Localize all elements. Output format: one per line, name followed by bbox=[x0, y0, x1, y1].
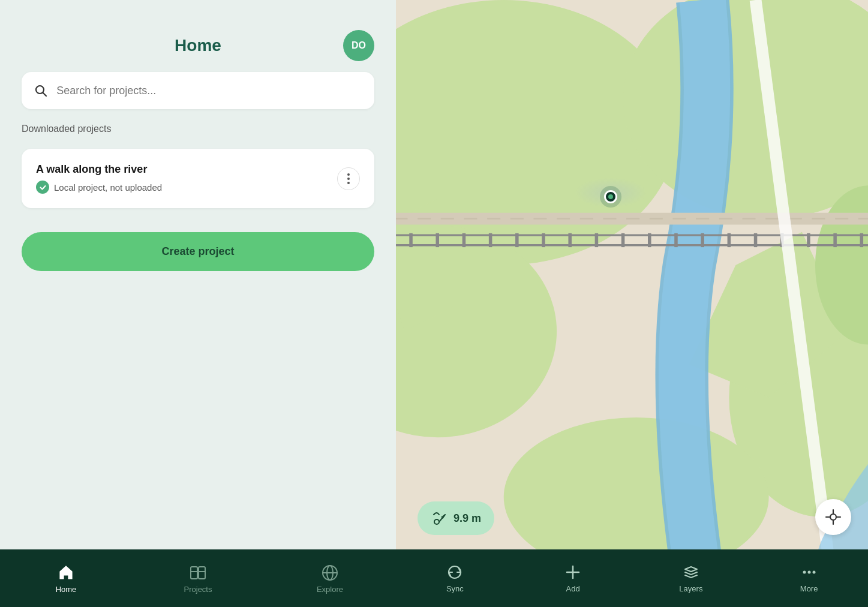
left-bottom-nav: Home Projects Explore bbox=[0, 549, 396, 607]
project-info: A walk along the river Local project, no… bbox=[36, 163, 162, 194]
avatar[interactable]: DO bbox=[343, 30, 374, 61]
svg-point-53 bbox=[812, 571, 815, 574]
left-content: Home DO Downloaded projects A walk along… bbox=[0, 0, 396, 549]
right-bottom-nav: Sync Add Layers More bbox=[396, 549, 868, 607]
right-panel: 9.9 m Sync Add bbox=[396, 0, 868, 607]
svg-point-43 bbox=[434, 519, 439, 524]
layers-icon bbox=[682, 563, 700, 581]
search-bar[interactable] bbox=[22, 72, 374, 109]
user-dot-center bbox=[608, 194, 613, 199]
sync-icon bbox=[446, 563, 464, 581]
svg-rect-2 bbox=[191, 567, 197, 579]
project-more-button[interactable] bbox=[337, 167, 360, 190]
nav-add[interactable]: Add bbox=[514, 557, 632, 599]
more-icon bbox=[800, 563, 818, 581]
nav-more-label: More bbox=[800, 584, 818, 593]
svg-point-44 bbox=[830, 514, 836, 520]
explore-icon bbox=[320, 563, 340, 582]
nav-layers-label: Layers bbox=[679, 584, 702, 593]
nav-explore-label: Explore bbox=[317, 585, 343, 594]
project-card[interactable]: A walk along the river Local project, no… bbox=[22, 149, 374, 208]
left-panel: Home DO Downloaded projects A walk along… bbox=[0, 0, 396, 607]
home-icon bbox=[56, 563, 76, 582]
nav-projects-label: Projects bbox=[184, 585, 212, 594]
svg-point-52 bbox=[807, 571, 810, 574]
status-text: Local project, not uploaded bbox=[54, 182, 162, 193]
nav-more[interactable]: More bbox=[750, 557, 868, 599]
project-status: Local project, not uploaded bbox=[36, 181, 162, 194]
nav-home-label: Home bbox=[56, 585, 77, 594]
dot2 bbox=[347, 178, 350, 180]
accuracy-badge: 9.9 m bbox=[418, 501, 494, 535]
svg-point-51 bbox=[803, 571, 806, 574]
project-name: A walk along the river bbox=[36, 163, 162, 176]
svg-rect-3 bbox=[199, 567, 205, 579]
gps-accuracy-icon bbox=[431, 510, 447, 527]
add-icon bbox=[564, 563, 582, 581]
user-dot-outer bbox=[600, 186, 621, 208]
gps-target-icon bbox=[825, 509, 842, 525]
nav-explore[interactable]: Explore bbox=[264, 557, 396, 600]
nav-layers[interactable]: Layers bbox=[632, 557, 750, 599]
user-dot-inner bbox=[604, 190, 617, 203]
header-row: Home DO bbox=[22, 36, 374, 55]
page-title: Home bbox=[175, 36, 221, 55]
dot1 bbox=[347, 173, 350, 176]
gps-center-button[interactable] bbox=[815, 499, 851, 535]
nav-add-label: Add bbox=[566, 584, 580, 593]
projects-icon bbox=[188, 563, 208, 582]
search-icon bbox=[34, 83, 48, 98]
svg-line-1 bbox=[43, 93, 47, 97]
create-project-button[interactable]: Create project bbox=[22, 232, 374, 271]
section-label: Downloaded projects bbox=[22, 124, 374, 134]
nav-projects[interactable]: Projects bbox=[132, 557, 264, 600]
status-check-icon bbox=[36, 181, 49, 194]
nav-sync-label: Sync bbox=[446, 584, 464, 593]
dot3 bbox=[347, 182, 350, 184]
user-location-dot bbox=[600, 186, 621, 208]
nav-sync[interactable]: Sync bbox=[396, 557, 514, 599]
accuracy-value: 9.9 m bbox=[453, 512, 481, 525]
nav-home[interactable]: Home bbox=[0, 557, 132, 600]
search-input[interactable] bbox=[56, 85, 362, 97]
